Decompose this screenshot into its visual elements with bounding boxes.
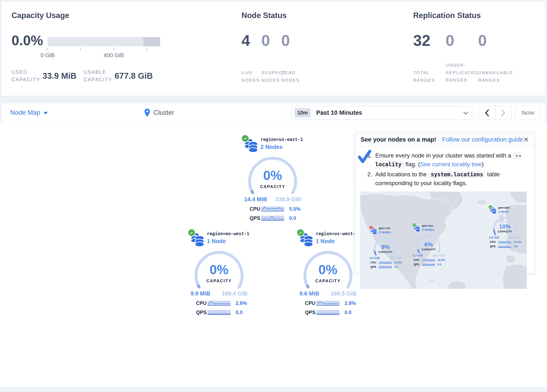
usable-capacity-value: 677.8 GiB [115, 71, 153, 81]
under-replicated-value: 0 [446, 32, 454, 49]
time-range-badge: 10m [294, 108, 311, 117]
capacity-caption: CAPACITY [206, 279, 232, 283]
breadcrumb-label: Cluster [153, 109, 174, 117]
healthy-check-icon [241, 134, 249, 142]
qps-metric: QPS 0.0 [490, 245, 522, 248]
capacity-gauge: 9% CAPACITY [373, 236, 398, 258]
step-text: Add locations to the [375, 171, 429, 178]
capacity-bar [48, 37, 160, 46]
time-range-dropdown[interactable]: 10m Past 10 Minutes [291, 106, 474, 120]
mini-map: 1 geo=sfo 2 Nodes [360, 191, 527, 289]
qps-sparkline [379, 266, 392, 268]
capacity-percent: 9% [381, 244, 390, 250]
node-group-us-west-1[interactable]: region=us-west-1 1 Node 0% CAPACITY 9.6 … [297, 229, 359, 315]
cpu-metric: CPU 2.6% [196, 300, 250, 306]
view-dropdown[interactable]: Node Map [10, 103, 48, 122]
map-node-geo-ams[interactable]: geo=ams 1 Node 10% CAPACITY 3.6 GiB [488, 206, 522, 248]
unavailable-ranges-value: 0 [478, 32, 487, 49]
error-badge-icon: 1 [369, 225, 373, 230]
capacity-caption: CAPACITY [260, 184, 285, 189]
node-group-us-east-1[interactable]: region=us-east-1 2 Nodes 0% CAPACITY 14.… [241, 135, 304, 221]
dead-nodes-label: DEAD NODES [281, 69, 301, 84]
view-dropdown-label: Node Map [10, 109, 40, 117]
map-pin-icon [144, 109, 150, 117]
node-group-eu-west-1[interactable]: region=eu-west-1 1 Node 0% CAPACITY 9.9 … [188, 229, 250, 315]
healthy-check-icon [488, 205, 493, 209]
qps-label: QPS [414, 263, 422, 266]
qps-label: QPS [196, 309, 207, 315]
capacity-percent: 10% [499, 223, 511, 230]
cpu-sparkline [422, 259, 435, 261]
axis-tick [81, 48, 81, 51]
total-ranges-label: TOTAL RANGES [413, 69, 436, 84]
healthy-check-icon [188, 229, 196, 237]
qps-sparkline [316, 310, 340, 315]
suspect-nodes-value: 0 [261, 32, 270, 49]
capacity-caption: CAPACITY [422, 248, 436, 251]
now-button[interactable]: Now [515, 106, 541, 120]
total-ranges-value: 32 [413, 32, 430, 49]
close-icon[interactable]: ✕ [524, 136, 529, 143]
qps-metric: QPS 0.0 [414, 263, 445, 266]
used-capacity: 3.7 GiB [413, 254, 423, 257]
axis-tick [114, 48, 114, 51]
total-capacity: 34.4 GiB [509, 236, 521, 239]
under-replicated-label: UNDER-REPLICATED RANGES [446, 61, 482, 84]
nodes-on-map-popup: See your nodes on a map! Follow our conf… [355, 132, 534, 273]
cpu-sparkline [261, 206, 284, 212]
node-count: 1 Node [498, 210, 510, 213]
node-count: 2 Nodes [379, 230, 391, 234]
node-status-section: Node Status 4 0 0 LIVE NODES SUSPECT NOD… [240, 2, 408, 96]
capacity-bar-reserved-segment [143, 37, 160, 46]
locality-label: geo=nyc [422, 224, 434, 227]
healthy-check-icon [412, 223, 417, 227]
cpu-metric: CPU 12.3% [490, 241, 522, 244]
toolbar-divider [282, 103, 283, 122]
healthy-check-icon [297, 229, 305, 237]
capacity-percent: 0.0% [12, 33, 43, 48]
map-node-geo-nyc[interactable]: geo=nyc 2 Nodes 6% CAPACITY 3.7 GiB [412, 224, 445, 266]
qps-value: 0.0 [438, 263, 441, 266]
qps-label: QPS [370, 265, 379, 268]
axis-tick [147, 48, 147, 51]
capacity-gauge: 6% CAPACITY [416, 234, 441, 255]
cpu-value: 5.5% [289, 206, 301, 212]
qps-sparkline [422, 263, 435, 266]
cpu-metric: CPU 5.5% [250, 206, 304, 212]
node-count: 1 Node [316, 238, 358, 245]
dead-nodes-value: 0 [281, 32, 290, 49]
node-map-page: Capacity Usage 0.0% 0 GiB 400 GiB USED C… [0, 0, 547, 392]
breadcrumb[interactable]: Cluster [144, 103, 174, 122]
view-toolbar: Node Map Cluster 10m Past 10 Minutes [1, 103, 545, 122]
capacity-gauge: 0% CAPACITY [302, 248, 354, 293]
capacity-usage-section: Capacity Usage 0.0% 0 GiB 400 GiB USED C… [10, 2, 236, 96]
locality-tree-link[interactable]: See current locality tree [420, 161, 482, 167]
map-node-geo-sfo[interactable]: 1 geo=sfo 2 Nodes [369, 227, 402, 268]
previous-interval-button[interactable] [479, 106, 495, 119]
configuration-guide-link[interactable]: Follow our configuration guide [442, 136, 523, 143]
cpu-metric: CPU 11.0% [370, 261, 402, 264]
capacity-gauge: 0% CAPACITY [193, 248, 245, 293]
unavailable-ranges-label: UNAVAILABLE RANGES [478, 69, 520, 84]
cpu-label: CPU [414, 258, 422, 261]
usable-capacity-stat: USABLE CAPACITY 677.8 GiB [83, 69, 153, 83]
time-step-buttons [479, 106, 511, 120]
capacity-percent: 0% [210, 262, 228, 277]
chevron-down-icon [463, 112, 468, 115]
axis-tick [48, 48, 48, 51]
step-text: flag. ( [404, 161, 420, 167]
node-count: 1 Node [207, 238, 249, 245]
replication-status-title: Replication Status [413, 11, 481, 20]
used-capacity: 3.2 GiB [370, 256, 380, 260]
cpu-sparkline [498, 241, 511, 243]
used-capacity: 3.6 GiB [489, 236, 499, 239]
usable-capacity-label: USABLE CAPACITY [83, 69, 108, 83]
qps-metric: QPS 0.0 [196, 309, 250, 315]
qps-value: 4.7 [394, 265, 398, 268]
node-map-canvas: region=us-east-1 2 Nodes 0% CAPACITY 14.… [0, 122, 547, 387]
next-interval-button[interactable] [495, 106, 511, 119]
capacity-caption: CAPACITY [378, 251, 393, 254]
qps-sparkline [207, 310, 231, 315]
cpu-label: CPU [490, 241, 498, 244]
cpu-metric: CPU 2.8% [305, 300, 359, 306]
